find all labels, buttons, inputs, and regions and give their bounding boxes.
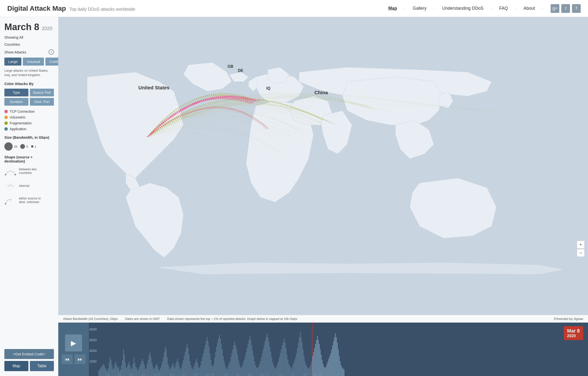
attack-type-unusual[interactable]: Unusual xyxy=(23,58,44,65)
current-year: 2020 xyxy=(42,26,53,31)
legend-volumetric: Volumetric xyxy=(4,115,54,119)
table-view-button[interactable]: Table xyxy=(30,361,54,371)
svg-rect-110 xyxy=(192,369,193,376)
embed-code-button[interactable]: <Get Embed Code> xyxy=(4,349,54,359)
svg-rect-228 xyxy=(288,364,289,376)
size-25-label: 25 xyxy=(14,145,17,148)
facebook-icon[interactable]: f xyxy=(572,4,581,13)
svg-rect-25 xyxy=(112,365,112,376)
chart-area[interactable]: 8000 6000 4000 2000 xyxy=(89,322,588,376)
svg-rect-273 xyxy=(330,354,331,376)
legend-tcp: TCP Connection xyxy=(4,109,54,113)
logo: Digital Attack Map Top daily DDoS attack… xyxy=(7,5,135,12)
google-plus-icon[interactable]: g+ xyxy=(551,4,559,13)
attack-type-combined[interactable]: Combined xyxy=(45,58,58,65)
svg-rect-119 xyxy=(201,361,202,376)
svg-rect-97 xyxy=(180,369,181,376)
main-nav: Map · Gallery · Understanding DDoS · FAQ… xyxy=(388,4,581,13)
color-by-type[interactable]: Type xyxy=(4,89,28,97)
svg-rect-120 xyxy=(202,357,203,376)
svg-rect-284 xyxy=(341,365,342,376)
zoom-in-button[interactable]: + xyxy=(577,241,585,248)
attack-type-large[interactable]: Large xyxy=(4,58,21,65)
svg-rect-65 xyxy=(150,352,150,376)
svg-text:Jan: Jan xyxy=(105,373,110,376)
svg-rect-117 xyxy=(199,368,200,376)
svg-rect-250 xyxy=(310,367,310,376)
dates-label: Dates are shown in GMT xyxy=(125,317,160,321)
help-icon[interactable]: ? xyxy=(49,49,54,55)
map-container: .land { fill: #e8eef4; stroke: #c0ccd8; … xyxy=(58,17,588,376)
svg-rect-227 xyxy=(287,360,288,376)
twitter-icon[interactable]: t xyxy=(561,4,570,13)
svg-rect-208 xyxy=(270,347,270,376)
svg-rect-180 xyxy=(247,348,247,376)
volumetric-dot xyxy=(4,116,8,119)
svg-rect-235 xyxy=(295,357,296,376)
countries-label: Countries xyxy=(4,42,54,46)
svg-rect-223 xyxy=(284,339,284,376)
svg-rect-173 xyxy=(240,367,241,376)
svg-rect-121 xyxy=(203,354,204,376)
map-view-button[interactable]: Map xyxy=(4,361,28,371)
nav-about[interactable]: About xyxy=(524,6,535,11)
svg-rect-268 xyxy=(326,367,326,376)
svg-text:Jul: Jul xyxy=(182,373,185,376)
attack-description: Large attacks on United States, Iraq, an… xyxy=(4,68,54,77)
fragmentation-dot xyxy=(4,121,8,125)
shape-between-countries: between twocountries xyxy=(4,166,54,176)
svg-rect-179 xyxy=(246,352,246,376)
svg-rect-27 xyxy=(114,368,114,376)
svg-rect-222 xyxy=(283,343,284,376)
nav-understanding[interactable]: Understanding DDoS xyxy=(442,6,483,11)
svg-rect-83 xyxy=(167,357,168,376)
application-label: Application xyxy=(10,127,26,131)
svg-text:Feb: Feb xyxy=(326,373,331,376)
timeline-controls: ▶ ⏮ ⏭ xyxy=(58,322,89,376)
svg-rect-165 xyxy=(232,349,233,376)
svg-rect-265 xyxy=(323,364,323,376)
nav-faq[interactable]: FAQ xyxy=(499,6,508,11)
svg-rect-203 xyxy=(265,341,265,376)
shape-internal: internal xyxy=(4,181,54,190)
svg-rect-254 xyxy=(312,356,313,376)
nav-map[interactable]: Map xyxy=(388,6,397,11)
svg-rect-226 xyxy=(287,355,287,376)
svg-rect-104 xyxy=(187,344,188,376)
svg-rect-29 xyxy=(116,361,116,376)
unknown-icon: ? xyxy=(4,195,17,205)
y-axis-4000: 4000 xyxy=(89,349,97,353)
svg-rect-47 xyxy=(133,364,133,376)
svg-rect-238 xyxy=(298,343,299,376)
skip-back-button[interactable]: ⏮ xyxy=(62,355,73,364)
tcp-label: TCP Connection xyxy=(10,109,34,113)
color-by-duration[interactable]: Duration xyxy=(4,98,28,106)
world-map[interactable]: .land { fill: #e8eef4; stroke: #c0ccd8; … xyxy=(58,17,588,315)
svg-rect-187 xyxy=(253,356,254,376)
skip-forward-button[interactable]: ⏭ xyxy=(74,355,85,364)
svg-rect-55 xyxy=(140,364,141,376)
svg-rect-257 xyxy=(315,344,316,376)
svg-rect-224 xyxy=(285,343,285,376)
svg-rect-264 xyxy=(322,360,322,376)
attack-type-buttons: Large Unusual Combined xyxy=(4,58,54,65)
svg-text:Jan '17: Jan '17 xyxy=(153,373,161,376)
nav-gallery[interactable]: Gallery xyxy=(413,6,427,11)
app-title: Digital Attack Map xyxy=(7,5,66,12)
zoom-controls: + − xyxy=(577,241,585,257)
svg-rect-259 xyxy=(317,336,318,376)
zoom-out-button[interactable]: − xyxy=(577,249,585,257)
play-button[interactable]: ▶ xyxy=(65,334,82,352)
color-by-source-port[interactable]: Source Port xyxy=(30,89,54,97)
svg-rect-108 xyxy=(190,365,191,376)
svg-rect-116 xyxy=(198,367,199,376)
svg-rect-251 xyxy=(310,365,311,376)
y-axis-2000: 2000 xyxy=(89,359,97,363)
svg-rect-64 xyxy=(149,355,149,376)
svg-rect-280 xyxy=(337,343,338,376)
color-by-dest-port[interactable]: Dest. Port xyxy=(30,98,54,106)
svg-rect-124 xyxy=(206,341,207,376)
svg-rect-148 xyxy=(220,339,221,376)
svg-rect-105 xyxy=(188,348,189,376)
svg-rect-127 xyxy=(209,347,209,376)
